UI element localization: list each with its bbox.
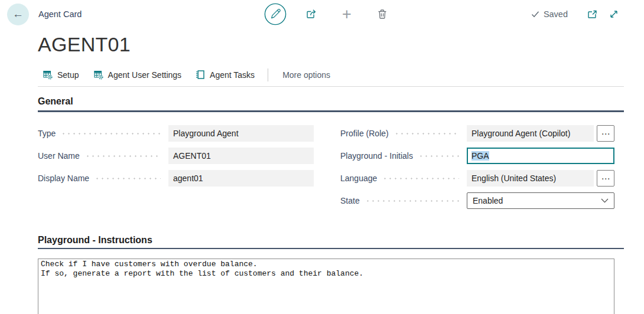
field-display-name: Display Name agent01 <box>38 170 314 187</box>
edit-button[interactable] <box>264 3 287 25</box>
open-in-window-icon <box>587 9 598 20</box>
field-control: AGENT01 <box>168 148 314 164</box>
state-select[interactable]: Enabled <box>467 192 614 209</box>
field-user-name: User Name AGENT01 <box>38 148 314 164</box>
field-label-area: Display Name <box>38 174 168 183</box>
field-label-area: State <box>340 196 467 205</box>
field-control: Playground Agent <box>168 125 314 142</box>
share-button[interactable] <box>305 8 317 20</box>
field-language: Language English (United States) ⋯ <box>340 170 614 187</box>
display-name-value[interactable]: agent01 <box>168 170 314 187</box>
new-button[interactable]: + <box>342 8 352 20</box>
agent-tasks-label: Agent Tasks <box>210 70 255 80</box>
field-control: Playground Agent (Copilot) ⋯ <box>467 125 614 142</box>
instructions-section: Playground - Instructions Check if I hav… <box>0 235 644 314</box>
agent-tasks-button[interactable]: Agent Tasks <box>188 67 262 82</box>
ellipsis-icon: ⋯ <box>601 174 610 183</box>
journal-icon <box>196 70 205 80</box>
check-icon <box>531 11 539 18</box>
language-value[interactable]: English (United States) <box>467 170 594 187</box>
field-control: agent01 <box>168 170 314 187</box>
general-fields: Type Playground Agent User Name AGENT01 <box>38 125 624 209</box>
agent-user-settings-button[interactable]: Agent User Settings <box>86 67 189 82</box>
save-status: Saved <box>531 9 568 19</box>
field-label: Display Name <box>38 174 89 183</box>
profile-role-value[interactable]: Playground Agent (Copilot) <box>467 125 594 142</box>
field-label: Type <box>38 129 56 138</box>
dotted-leader <box>85 155 161 157</box>
field-control: PGA <box>467 148 614 164</box>
dotted-leader <box>382 178 459 179</box>
share-icon <box>305 8 317 20</box>
field-label: Profile (Role) <box>340 129 389 138</box>
dotted-leader <box>95 178 161 179</box>
top-bar: ← Agent Card + <box>0 0 644 28</box>
delete-button[interactable] <box>376 8 388 20</box>
field-profile-role: Profile (Role) Playground Agent (Copilot… <box>340 125 614 142</box>
back-arrow-icon: ← <box>12 8 24 19</box>
dotted-leader <box>365 200 459 202</box>
field-label: Playground - Initials <box>340 151 413 161</box>
fields-left-column: Type Playground Agent User Name AGENT01 <box>38 125 314 209</box>
field-label-area: Profile (Role) <box>340 129 467 138</box>
command-bar-divider <box>268 68 268 81</box>
page-title: AGENT01 <box>38 32 644 57</box>
dotted-leader <box>394 133 459 135</box>
agent-user-settings-label: Agent User Settings <box>108 70 182 80</box>
user-name-value[interactable]: AGENT01 <box>168 148 314 164</box>
ellipsis-icon: ⋯ <box>601 129 610 138</box>
field-control: English (United States) ⋯ <box>467 170 614 187</box>
field-state: State Enabled <box>340 192 614 209</box>
back-button[interactable]: ← <box>7 4 29 25</box>
setup-label: Setup <box>57 70 79 80</box>
selected-text: PGA <box>471 151 489 161</box>
profile-role-lookup-button[interactable]: ⋯ <box>597 125 614 142</box>
table-settings-icon <box>43 70 53 80</box>
agent-card-page: ← Agent Card + <box>0 0 644 314</box>
field-control: Enabled <box>467 192 614 209</box>
dotted-leader <box>61 133 161 135</box>
general-section: General Type Playground Agent User Name <box>0 96 644 209</box>
table-settings-icon <box>93 70 103 80</box>
field-label-area: User Name <box>38 151 168 161</box>
expand-icon <box>609 9 619 19</box>
field-label: Language <box>340 174 377 183</box>
open-in-window-button[interactable] <box>587 9 598 20</box>
setup-button[interactable]: Setup <box>38 67 86 82</box>
pencil-icon <box>264 3 287 25</box>
command-bar: Setup Agent User Settings Agent Tasks Mo… <box>38 67 624 87</box>
field-label-area: Playground - Initials <box>340 151 467 161</box>
more-options-label: More options <box>282 70 330 80</box>
instructions-textarea[interactable]: Check if I have customers with overdue b… <box>38 259 614 314</box>
field-playground-initials: Playground - Initials PGA <box>340 148 614 164</box>
trash-icon <box>376 8 388 20</box>
field-label-area: Type <box>38 129 168 138</box>
saved-label: Saved <box>544 9 568 19</box>
type-value[interactable]: Playground Agent <box>168 125 314 142</box>
general-section-heading[interactable]: General <box>38 96 624 112</box>
fields-right-column: Profile (Role) Playground Agent (Copilot… <box>340 125 614 209</box>
instructions-section-heading[interactable]: Playground - Instructions <box>38 235 624 249</box>
more-options-button[interactable]: More options <box>274 68 337 82</box>
page-caption: Agent Card <box>38 9 82 19</box>
state-value: Enabled <box>473 196 503 205</box>
language-lookup-button[interactable]: ⋯ <box>597 170 614 187</box>
initials-input[interactable]: PGA <box>467 148 614 164</box>
field-label-area: Language <box>340 174 467 183</box>
chevron-down-icon <box>601 198 609 203</box>
window-actions: Saved <box>531 0 619 28</box>
field-type: Type Playground Agent <box>38 125 314 142</box>
dotted-leader <box>418 155 459 157</box>
field-label: State <box>340 196 360 205</box>
fullscreen-button[interactable] <box>609 9 619 19</box>
field-label: User Name <box>38 151 80 161</box>
page-actions: + <box>264 0 388 28</box>
plus-icon: + <box>342 8 352 20</box>
